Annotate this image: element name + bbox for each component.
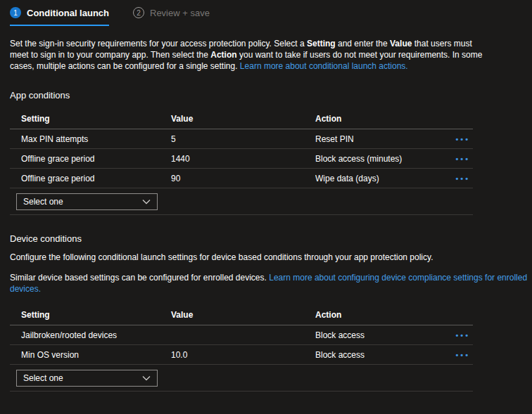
cell-setting: Jailbroken/rooted devices — [21, 330, 171, 340]
cell-action: Reset PIN — [315, 134, 435, 144]
cell-action: Block access — [315, 350, 435, 360]
column-header-value: Value — [171, 310, 315, 320]
cell-value: 90 — [171, 174, 315, 183]
device-conditions-description: Configure the following conditional laun… — [10, 252, 531, 263]
app-conditions-table: Setting Value Action Max PIN attempts 5 … — [10, 108, 473, 215]
device-conditions-setting-dropdown[interactable]: Select one — [16, 370, 158, 387]
cell-action: Wipe data (days) — [315, 174, 435, 183]
column-header-value: Value — [171, 114, 315, 124]
intro-bold-value: Value — [390, 39, 412, 48]
cell-value: 5 — [171, 134, 315, 144]
column-header-action: Action — [315, 114, 435, 124]
app-conditions-title: App conditions — [10, 90, 532, 101]
step-2-badge: 2 — [133, 7, 144, 18]
cell-value: 10.0 — [171, 350, 315, 360]
conditional-launch-actions-link[interactable]: Learn more about conditional launch acti… — [240, 61, 408, 71]
device-conditions-note: Similar device based settings can be con… — [10, 272, 532, 295]
tab-conditional-launch-label: Conditional launch — [27, 8, 109, 18]
app-conditions-add-row: Select one — [10, 188, 473, 215]
app-conditions-header-row: Setting Value Action — [10, 108, 473, 129]
device-conditions-table: Setting Value Action Jailbroken/rooted d… — [10, 304, 473, 392]
cell-setting: Min OS version — [21, 350, 171, 360]
device-conditions-add-row: Select one — [10, 365, 473, 392]
cell-value: 1440 — [171, 154, 315, 164]
chevron-down-icon — [142, 199, 151, 205]
intro-segment: Set the sign-in security requirements fo… — [10, 39, 307, 48]
note-segment: Similar device based settings can be con… — [10, 273, 269, 283]
cell-setting: Max PIN attempts — [21, 134, 171, 144]
row-context-menu-icon[interactable]: ••• — [455, 174, 473, 183]
dropdown-placeholder: Select one — [23, 197, 63, 207]
tab-review-save[interactable]: 2 Review + save — [133, 7, 210, 26]
cell-action: Block access — [315, 330, 435, 340]
app-conditions-setting-dropdown[interactable]: Select one — [16, 193, 158, 210]
table-row: Min OS version 10.0 Block access ••• — [10, 345, 473, 365]
table-row: Offline grace period 90 Wipe data (days)… — [10, 169, 473, 188]
table-row: Jailbroken/rooted devices Block access •… — [10, 325, 473, 345]
table-row: Offline grace period 1440 Block access (… — [10, 149, 473, 169]
wizard-tabs: 1 Conditional launch 2 Review + save — [0, 0, 532, 26]
intro-segment: and enter the — [336, 39, 390, 48]
row-context-menu-icon[interactable]: ••• — [455, 331, 473, 339]
chevron-down-icon — [142, 375, 151, 381]
intro-bold-action: Action — [210, 50, 236, 60]
column-header-setting: Setting — [21, 310, 171, 320]
row-context-menu-icon[interactable]: ••• — [455, 135, 473, 143]
step-1-badge: 1 — [10, 7, 21, 18]
column-header-action: Action — [315, 310, 435, 320]
table-row: Max PIN attempts 5 Reset PIN ••• — [10, 129, 473, 149]
row-context-menu-icon[interactable]: ••• — [455, 155, 473, 163]
tab-conditional-launch[interactable]: 1 Conditional launch — [10, 7, 109, 26]
column-header-setting: Setting — [21, 114, 171, 124]
tab-review-save-label: Review + save — [150, 8, 210, 18]
cell-action: Block access (minutes) — [315, 154, 435, 164]
device-conditions-header-row: Setting Value Action — [10, 304, 473, 325]
row-context-menu-icon[interactable]: ••• — [455, 351, 473, 359]
cell-setting: Offline grace period — [21, 154, 171, 164]
intro-bold-setting: Setting — [307, 39, 336, 48]
cell-setting: Offline grace period — [21, 174, 171, 183]
dropdown-placeholder: Select one — [23, 373, 63, 383]
intro-text: Set the sign-in security requirements fo… — [10, 38, 483, 72]
device-conditions-title: Device conditions — [10, 233, 532, 244]
